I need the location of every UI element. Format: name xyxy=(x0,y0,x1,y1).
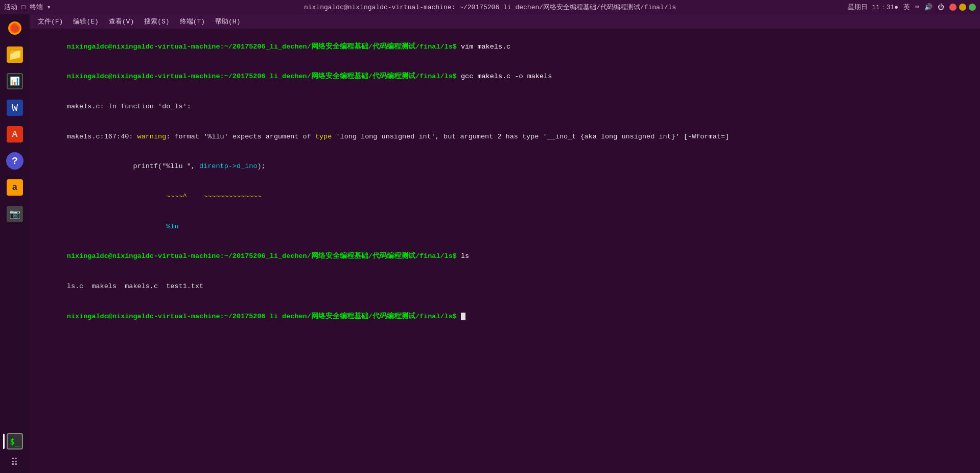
menu-help[interactable]: 帮助(H) xyxy=(211,16,244,27)
cmd-1: vim makels.c xyxy=(457,43,510,51)
sidebar-item-software-center[interactable]: A xyxy=(3,123,27,146)
terminal-line-9: ls.c makels makels.c test1.txt xyxy=(34,272,976,302)
terminal-line-3: makels.c: In function 'do_ls': xyxy=(34,91,976,122)
sidebar-item-files[interactable]: 📁 xyxy=(3,43,27,66)
output-4a: makels.c:167:40: xyxy=(67,133,137,140)
prompt-10: nixingaldc@nixingaldc-virtual-machine:~/… xyxy=(67,313,457,320)
terminal-line-2: nixingaldc@nixingaldc-virtual-machine:~/… xyxy=(34,62,976,92)
maximize-button[interactable] xyxy=(969,4,976,11)
terminal-line-10: nixingaldc@nixingaldc-virtual-machine:~/… xyxy=(34,301,976,332)
output-6: ~~~~^ ~~~~~~~~~~~~~~ xyxy=(67,193,262,200)
output-9: ls.c makels makels.c test1.txt xyxy=(67,282,203,290)
output-4c: : format '%llu' expects argument of xyxy=(166,133,315,140)
main-area: 📁 📊 W A ? xyxy=(0,14,980,473)
top-bar-title: nixingaldc@nixingaldc-virtual-machine: ~… xyxy=(304,3,676,12)
prompt-1: nixingaldc@nixingaldc-virtual-machine:~/… xyxy=(67,43,457,51)
menu-edit[interactable]: 编辑(E) xyxy=(69,16,102,27)
menu-file[interactable]: 文件(F) xyxy=(34,16,67,27)
output-5a: printf("%llu ", xyxy=(67,162,199,170)
prompt-8: nixingaldc@nixingaldc-virtual-machine:~/… xyxy=(67,252,457,260)
terminal-cursor xyxy=(461,313,465,320)
output-4b: warning xyxy=(137,133,167,140)
sidebar-item-amazon[interactable]: a xyxy=(3,176,27,199)
terminal-topbar-label[interactable]: 终端 xyxy=(30,3,43,12)
top-bar-left: 活动 □ 终端 ▾ xyxy=(4,3,51,12)
volume-icon[interactable]: 🔊 xyxy=(924,3,932,11)
sidebar-item-terminal[interactable]: $_ xyxy=(3,430,27,453)
output-5c: ); xyxy=(257,162,265,170)
sidebar-item-firefox[interactable] xyxy=(3,16,27,40)
cmd-2: gcc makels.c -o makels xyxy=(457,73,552,80)
keyboard-icon[interactable]: ⌨ xyxy=(915,3,919,11)
terminal-line-4: makels.c:167:40: warning: format '%llu' … xyxy=(34,122,976,152)
language-indicator[interactable]: 英 xyxy=(903,3,910,12)
menu-bar: 文件(F) 编辑(E) 查看(V) 搜索(S) 终端(T) 帮助(H) xyxy=(30,14,980,29)
close-button[interactable] xyxy=(949,4,956,11)
menu-terminal[interactable]: 终端(T) xyxy=(176,16,209,27)
terminal-line-7: %lu xyxy=(34,211,976,242)
terminal-line-1: nixingaldc@nixingaldc-virtual-machine:~/… xyxy=(34,32,976,62)
activities-label[interactable]: 活动 xyxy=(4,3,17,12)
power-icon[interactable]: ⏻ xyxy=(938,4,944,11)
output-7: %lu xyxy=(67,223,179,230)
terminal-output[interactable]: nixingaldc@nixingaldc-virtual-machine:~/… xyxy=(30,29,980,473)
output-3: makels.c: In function 'do_ls': xyxy=(67,103,191,110)
activity-bar: 📁 📊 W A ? xyxy=(0,14,30,473)
grid-dots-icon[interactable]: ⠿ xyxy=(11,456,19,469)
terminal-dropdown[interactable]: ▾ xyxy=(47,3,51,11)
terminal-line-5: printf("%llu ", direntp->d_ino); xyxy=(34,152,976,182)
terminal-line-6: ~~~~^ ~~~~~~~~~~~~~~ xyxy=(34,181,976,211)
sidebar-item-libreoffice[interactable]: W xyxy=(3,96,27,120)
cmd-10 xyxy=(457,313,461,320)
datetime: 星期日 11：31● xyxy=(848,3,898,12)
minimize-button[interactable] xyxy=(959,4,966,11)
output-4d: type xyxy=(315,133,332,140)
output-4e: 'long long unsigned int', but argument 2… xyxy=(332,133,729,140)
terminal-icon[interactable]: □ xyxy=(21,4,26,11)
sidebar-item-help[interactable]: ? xyxy=(3,149,27,173)
prompt-2: nixingaldc@nixingaldc-virtual-machine:~/… xyxy=(67,73,457,80)
sidebar-item-camera[interactable]: 📷 xyxy=(3,202,27,226)
output-5b: direntp->d_ino xyxy=(199,162,257,170)
terminal-line-8: nixingaldc@nixingaldc-virtual-machine:~/… xyxy=(34,242,976,272)
top-bar-right: 星期日 11：31● 英 ⌨ 🔊 ⏻ xyxy=(848,3,976,12)
app-launcher-button[interactable]: ⠿ xyxy=(11,456,19,469)
cmd-8: ls xyxy=(457,252,469,260)
top-bar: 活动 □ 终端 ▾ nixingaldc@nixingaldc-virtual-… xyxy=(0,0,980,14)
window-controls xyxy=(949,4,976,11)
menu-view[interactable]: 查看(V) xyxy=(105,16,138,27)
terminal-container: 文件(F) 编辑(E) 查看(V) 搜索(S) 终端(T) 帮助(H) nixi… xyxy=(30,14,980,473)
sidebar-item-system-monitor[interactable]: 📊 xyxy=(3,69,27,93)
menu-search[interactable]: 搜索(S) xyxy=(140,16,173,27)
